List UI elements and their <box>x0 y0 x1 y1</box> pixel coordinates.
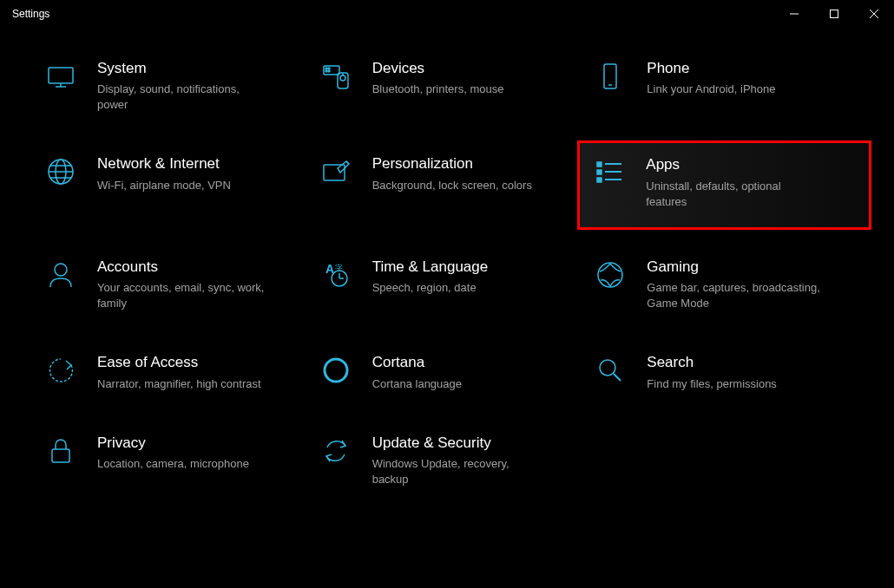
tile-network[interactable]: Network & Internet Wi-Fi, airplane mode,… <box>43 149 319 220</box>
tile-desc: Link your Android, iPhone <box>647 82 775 97</box>
tile-text: Cortana Cortana language <box>372 353 462 391</box>
tile-phone[interactable]: Phone Link your Android, iPhone <box>593 54 868 118</box>
network-icon <box>43 154 78 189</box>
tile-desc: Wi-Fi, airplane mode, VPN <box>97 178 231 193</box>
devices-icon <box>319 59 353 94</box>
settings-grid: System Display, sound, notifications, po… <box>43 54 868 493</box>
tile-text: Devices Bluetooth, printers, mouse <box>372 59 504 97</box>
tile-gaming[interactable]: Gaming Game bar, captures, broadcasting,… <box>593 252 868 317</box>
tile-text: Update & Security Windows Update, recove… <box>372 434 546 487</box>
minimize-button[interactable] <box>774 0 814 28</box>
tile-time-language[interactable]: A字 Time & Language Speech, region, date <box>319 252 594 317</box>
settings-content: System Display, sound, notifications, po… <box>0 28 894 510</box>
tile-title: Gaming <box>647 258 820 277</box>
maximize-button[interactable] <box>814 0 854 28</box>
gaming-icon <box>593 258 628 292</box>
tile-apps[interactable]: Apps Uninstall, defaults, optional featu… <box>577 140 871 229</box>
svg-point-9 <box>328 68 330 69</box>
window-title: Settings <box>12 8 49 20</box>
update-security-icon <box>319 434 353 468</box>
tile-cortana[interactable]: Cortana Cortana language <box>319 348 594 396</box>
tile-desc: Narrator, magnifier, high contrast <box>97 376 261 392</box>
tile-text: Accounts Your accounts, email, sync, wor… <box>97 258 271 311</box>
tile-text: Time & Language Speech, region, date <box>372 258 489 296</box>
tile-title: System <box>97 59 271 78</box>
window-controls <box>774 0 894 28</box>
tile-desc: Location, camera, microphone <box>97 456 249 472</box>
time-language-icon: A字 <box>319 258 353 292</box>
tile-desc: Cortana language <box>372 376 462 392</box>
tile-devices[interactable]: Devices Bluetooth, printers, mouse <box>319 54 594 118</box>
svg-rect-22 <box>324 165 345 180</box>
system-icon <box>43 59 78 94</box>
tile-title: Ease of Access <box>97 353 261 372</box>
svg-rect-26 <box>597 170 601 174</box>
cortana-icon <box>319 353 353 388</box>
tile-text: Apps Uninstall, defaults, optional featu… <box>646 155 819 209</box>
tile-desc: Game bar, captures, broadcasting, Game M… <box>647 280 820 311</box>
personalization-icon <box>319 154 353 189</box>
tile-personalization[interactable]: Personalization Background, lock screen,… <box>319 149 594 220</box>
svg-point-10 <box>325 70 327 72</box>
tile-title: Time & Language <box>372 258 489 277</box>
tile-desc: Uninstall, defaults, optional features <box>646 179 819 210</box>
tile-title: Privacy <box>97 434 249 453</box>
tile-title: Search <box>647 353 777 372</box>
tile-desc: Background, lock screen, colors <box>372 178 532 193</box>
svg-rect-4 <box>49 68 73 83</box>
phone-icon <box>593 59 628 94</box>
tile-update-security[interactable]: Update & Security Windows Update, recove… <box>319 428 594 493</box>
svg-point-30 <box>55 264 67 276</box>
svg-point-38 <box>600 360 615 376</box>
svg-point-13 <box>340 75 345 81</box>
titlebar: Settings <box>0 0 894 28</box>
tile-text: Gaming Game bar, captures, broadcasting,… <box>647 258 820 311</box>
tile-title: Accounts <box>97 258 271 277</box>
svg-rect-28 <box>597 178 601 182</box>
search-icon <box>593 353 628 388</box>
svg-point-37 <box>325 359 347 382</box>
svg-rect-24 <box>597 162 601 167</box>
svg-point-8 <box>325 68 327 69</box>
tile-text: Privacy Location, camera, microphone <box>97 434 249 472</box>
tile-privacy[interactable]: Privacy Location, camera, microphone <box>43 428 319 493</box>
svg-point-11 <box>328 70 330 72</box>
tile-system[interactable]: System Display, sound, notifications, po… <box>43 54 319 118</box>
tile-text: Personalization Background, lock screen,… <box>372 154 532 193</box>
svg-rect-40 <box>52 449 69 462</box>
ease-of-access-icon <box>43 353 78 388</box>
svg-rect-1 <box>831 10 838 18</box>
svg-point-36 <box>598 263 622 287</box>
tile-desc: Windows Update, recovery, backup <box>372 456 546 487</box>
tile-desc: Your accounts, email, sync, work, family <box>97 280 271 311</box>
tile-title: Network & Internet <box>97 154 231 173</box>
tile-title: Cortana <box>372 353 462 372</box>
tile-search[interactable]: Search Find my files, permissions <box>593 348 868 396</box>
tile-text: Phone Link your Android, iPhone <box>647 59 775 97</box>
accounts-icon <box>43 258 78 292</box>
privacy-icon <box>43 434 78 468</box>
tile-text: System Display, sound, notifications, po… <box>97 59 271 113</box>
tile-ease-of-access[interactable]: Ease of Access Narrator, magnifier, high… <box>43 348 319 396</box>
svg-text:字: 字 <box>335 264 343 272</box>
apps-icon <box>592 155 627 190</box>
tile-desc: Bluetooth, printers, mouse <box>372 82 504 97</box>
tile-text: Ease of Access Narrator, magnifier, high… <box>97 353 261 391</box>
tile-text: Search Find my files, permissions <box>647 353 777 391</box>
close-button[interactable] <box>854 0 894 28</box>
tile-title: Update & Security <box>372 434 546 453</box>
tile-title: Devices <box>372 59 504 78</box>
tile-desc: Find my files, permissions <box>647 376 777 392</box>
svg-line-23 <box>346 161 349 164</box>
tile-accounts[interactable]: Accounts Your accounts, email, sync, wor… <box>43 252 319 317</box>
tile-title: Phone <box>647 59 775 78</box>
tile-desc: Display, sound, notifications, power <box>97 82 271 113</box>
tile-text: Network & Internet Wi-Fi, airplane mode,… <box>97 154 231 193</box>
svg-line-39 <box>614 374 621 381</box>
tile-title: Personalization <box>372 154 532 173</box>
tile-title: Apps <box>646 155 819 174</box>
tile-desc: Speech, region, date <box>372 280 489 296</box>
